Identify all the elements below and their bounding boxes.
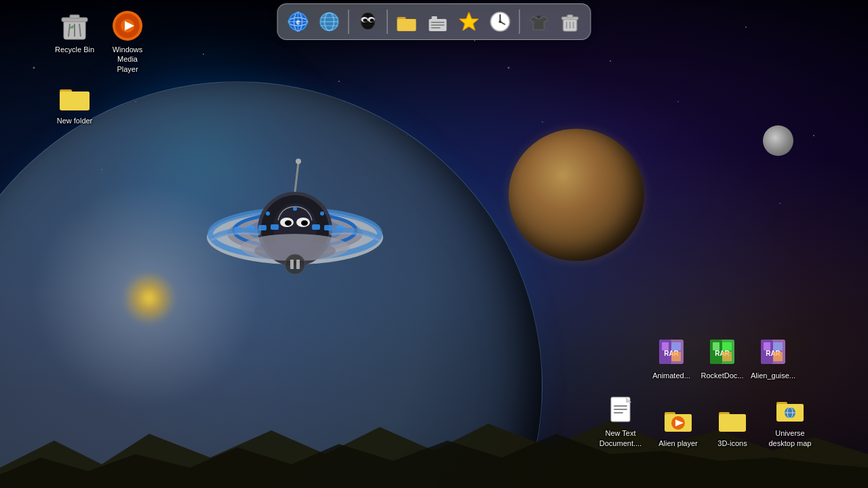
taskbar-star-icon[interactable] <box>454 7 484 37</box>
svg-line-14 <box>295 163 298 192</box>
svg-rect-56 <box>431 27 441 28</box>
new-text-doc-label: New TextDocument.... <box>599 428 642 448</box>
svg-rect-101 <box>614 405 627 407</box>
recycle-bin-icon[interactable]: Recycle Bin <box>47 7 102 57</box>
animated-label: Animated... <box>652 371 690 380</box>
svg-text:e: e <box>296 18 300 26</box>
svg-rect-51 <box>397 19 416 30</box>
brown-planet <box>509 129 644 261</box>
alien-player-icon[interactable]: Alien player <box>651 401 705 451</box>
svg-rect-20 <box>312 224 320 230</box>
svg-point-48 <box>370 19 374 22</box>
wmp-icon[interactable]: Windows MediaPlayer <box>100 7 155 77</box>
svg-rect-64 <box>568 15 573 18</box>
svg-rect-103 <box>614 412 623 413</box>
wmp-label: Windows MediaPlayer <box>103 45 152 74</box>
svg-rect-84 <box>662 342 669 350</box>
taskbar-trash-icon[interactable] <box>555 7 585 37</box>
taskbar-alien-icon[interactable] <box>353 7 383 37</box>
svg-rect-98 <box>773 352 783 361</box>
svg-rect-19 <box>271 224 279 230</box>
taskbar-documents-icon[interactable] <box>423 7 453 37</box>
svg-rect-26 <box>290 260 294 269</box>
svg-rect-86 <box>671 352 681 361</box>
moon <box>763 125 793 156</box>
svg-point-28 <box>266 211 270 216</box>
svg-point-29 <box>293 207 297 211</box>
new-folder-icon[interactable]: New folder <box>47 78 102 128</box>
svg-rect-97 <box>773 342 783 350</box>
alien-player-label: Alien player <box>658 439 697 448</box>
svg-marker-57 <box>460 12 479 30</box>
svg-rect-90 <box>713 342 719 350</box>
recycle-bin-label: Recycle Bin <box>55 45 94 54</box>
taskbar-folder-icon[interactable] <box>392 7 422 37</box>
svg-point-15 <box>296 159 301 164</box>
svg-point-12 <box>285 220 292 226</box>
star-burst <box>122 271 176 325</box>
taskbar-sep-2 <box>387 9 388 34</box>
svg-rect-54 <box>431 22 445 23</box>
taskbar-network-icon[interactable] <box>315 7 344 37</box>
rocketdoc-icon[interactable]: RAR RocketDoc... <box>695 333 749 383</box>
taskbar-sep-1 <box>349 9 349 34</box>
svg-point-25 <box>285 254 305 274</box>
universe-desktop-map-icon[interactable]: Universedesktop map <box>763 390 817 451</box>
svg-point-61 <box>499 20 502 23</box>
svg-rect-96 <box>764 342 770 350</box>
svg-rect-91 <box>722 342 732 350</box>
svg-rect-92 <box>722 352 732 361</box>
animated-icon[interactable]: RAR Animated... <box>644 333 698 383</box>
taskbar-ie-icon[interactable]: e <box>283 7 313 37</box>
svg-rect-55 <box>431 24 445 26</box>
new-folder-label: New folder <box>57 116 93 125</box>
svg-rect-102 <box>614 409 627 410</box>
rocketdoc-label: RocketDoc... <box>701 371 744 380</box>
taskbar-clock-icon[interactable] <box>486 7 515 37</box>
svg-point-13 <box>301 220 308 226</box>
svg-rect-27 <box>296 260 300 269</box>
3d-icons-label: 3D-icons <box>717 439 747 448</box>
svg-rect-85 <box>671 342 681 350</box>
svg-rect-70 <box>70 15 79 18</box>
alien-guise-icon[interactable]: RAR Alien_guise... <box>746 333 800 383</box>
taskbar-sep-3 <box>519 9 520 34</box>
svg-rect-53 <box>432 16 437 20</box>
svg-rect-111 <box>719 414 746 431</box>
svg-point-47 <box>363 19 368 22</box>
3d-icons-icon[interactable]: 3D-icons <box>705 401 760 451</box>
alien-guise-label: Alien_guise... <box>751 371 795 380</box>
svg-point-30 <box>320 211 324 216</box>
taskbar: e <box>277 3 591 40</box>
svg-rect-80 <box>60 92 90 110</box>
taskbar-shirt-icon[interactable] <box>524 7 554 37</box>
new-text-doc-icon[interactable]: New TextDocument.... <box>593 390 648 451</box>
alien-player-graphic <box>193 102 397 359</box>
universe-desktop-map-label: Universedesktop map <box>769 428 812 448</box>
